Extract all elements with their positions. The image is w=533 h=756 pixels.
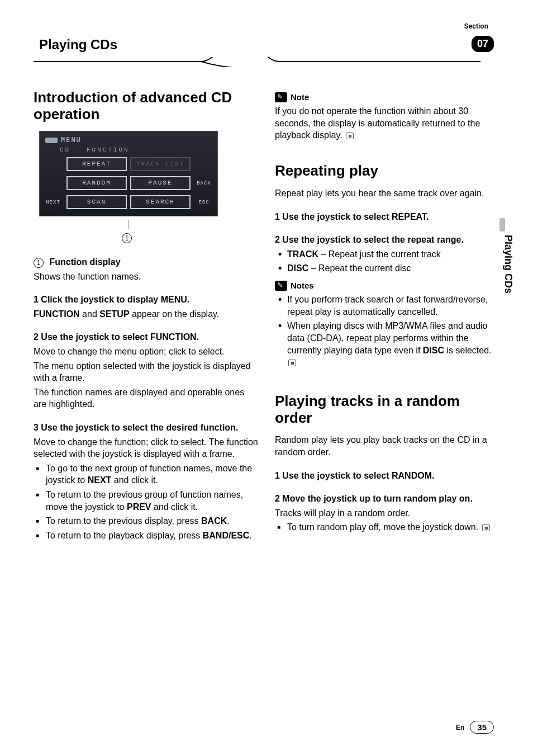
repeat-step1: 1 Use the joystick to select REPEAT. [275,212,429,221]
side-tab: Playing CDs [502,235,514,294]
tip-prev-b: PREV [127,502,151,512]
tip-back-a: To return to the previous display, press [46,516,201,526]
callout-title: Function display [49,257,120,267]
function-display-figure: MENU CD FUNCTION REPEAT TRACK LIST RANDO… [39,131,218,216]
step2-p3: The function names are displayed and ope… [34,386,258,410]
heading-random-order: Playing tracks in a random order [275,393,499,427]
page-footer: En 35 [456,721,494,734]
lcd-btn-repeat: REPEAT [66,157,127,171]
random-intro: Random play lets you play back tracks on… [275,434,499,458]
callout-desc: Shows the function names. [34,271,258,283]
repeat-intro: Repeat play lets you hear the same track… [275,187,499,200]
step1-end: appear on the display. [130,309,220,319]
range-track-t: – Repeat just the current track [318,249,441,259]
lcd-subtitle: FUNCTION [87,147,130,153]
step2-p1: Move to change the menu option; click to… [34,346,258,358]
right-column: Note If you do not operate the function … [275,89,499,547]
lcd-side-esc: ESC [194,199,214,206]
step2-lead: 2 Use the joystick to select FUNCTION. [34,332,199,342]
lcd-decor-bar [45,138,58,143]
tip-prev: To return to the previous group of funct… [36,489,258,513]
range-track: TRACK – Repeat just the current track [277,248,499,261]
range-disc-t: – Repeat the current disc [308,263,411,273]
lcd-btn-random: RANDOM [66,176,127,190]
section-number-badge: 07 [472,36,494,52]
tip-next-b: NEXT [88,475,112,485]
range-track-b: TRACK [287,249,318,259]
random-step2: 2 Move the joystick up to turn random pl… [275,494,473,503]
notes-2-b: DISC [423,346,444,355]
lcd-side-next: NEXT [43,199,63,206]
notes-label: Notes [291,280,314,291]
step1-mid: and [80,309,100,319]
tip-next: To go to the next group of function name… [36,462,258,486]
lcd-side-back: BACK [194,180,214,187]
lcd-btn-tracklist: TRACK LIST [130,157,191,171]
header-rule [34,56,499,67]
range-disc-b: DISC [287,263,308,273]
note-text: If you do not operate the function withi… [275,105,499,141]
step1-body: FUNCTION and SETUP appear on the display… [34,308,258,320]
notes-2-c: is selected. [444,346,491,355]
tip-back-c: . [227,516,229,526]
heading-repeating-play: Repeating play [275,163,499,179]
tip-back: To return to the previous display, press… [36,515,258,527]
section-end-icon [482,525,490,531]
notes-icon [275,281,287,291]
left-column: Introduction of advanced CD operation ME… [34,89,258,547]
lcd-btn-scan: SCAN [66,195,127,209]
tip-bandesc: To return to the playback display, press… [36,530,258,542]
callout-number: 1 [34,258,44,268]
lcd-btn-search: SEARCH [130,195,191,209]
random-p: Tracks will play in a random order. [275,507,499,519]
tip-bandesc-c: . [249,531,251,540]
section-label: Section [464,22,488,30]
random-step1: 1 Use the joystick to select RANDOM. [275,471,434,480]
step3-p1: Move to change the function; click to se… [34,436,258,460]
page-number: 35 [470,721,494,734]
section-end-icon [346,133,354,139]
heading-intro-advanced: Introduction of advanced CD operation [34,89,258,123]
lcd-title: MENU [61,136,82,145]
lcd-subtitle-prefix: CD [60,147,70,153]
repeat-step2: 2 Use the joystick to select the repeat … [275,235,464,244]
step1-lead: 1 Click the joystick to display MENU. [34,295,189,304]
chapter-title: Playing CDs [39,37,117,53]
lcd-btn-pause: PAUSE [130,176,191,190]
note-icon [275,92,287,102]
tip-bandesc-b: BAND/ESC [203,531,250,540]
random-off-tip: To turn random play off, move the joysti… [277,521,499,533]
range-disc: DISC – Repeat the current disc [277,262,499,275]
callout-leader-line [129,220,129,229]
side-tab-marker [499,218,505,231]
notes-item-2: When playing discs with MP3/WMA files an… [277,320,499,368]
tip-next-c: and click it. [111,475,158,485]
tip-bandesc-a: To return to the playback display, press [46,531,203,540]
tip-back-b: BACK [201,516,227,526]
step1-bold-b: SETUP [99,309,129,319]
step2-p2: The menu option selected with the joysti… [34,360,258,384]
page-header: Section Playing CDs 07 [34,22,499,62]
section-end-icon [288,360,296,366]
notes-item-1: If you perform track search or fast forw… [277,294,499,318]
callout-number-figure: 1 [122,233,132,243]
random-off-text: To turn random play off, move the joysti… [287,522,478,532]
step1-bold-a: FUNCTION [34,309,80,319]
note-label: Note [291,92,309,103]
step3-lead: 3 Use the joystick to select the desired… [34,423,238,432]
tip-prev-c: and click it. [151,502,198,512]
footer-lang: En [456,724,464,731]
note-text-span: If you do not operate the function withi… [275,106,480,140]
